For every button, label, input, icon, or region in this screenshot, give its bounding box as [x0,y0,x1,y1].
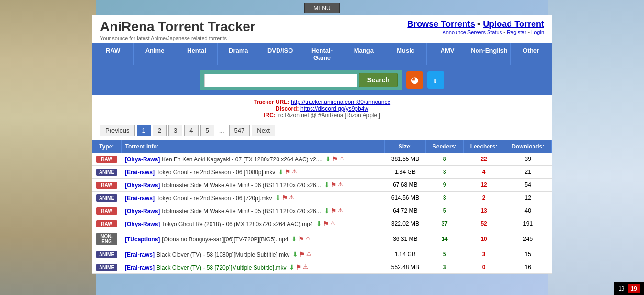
warn-icon[interactable]: ⚠ [292,168,297,176]
prev-page-button[interactable]: Previous [100,125,135,136]
magnet-icon[interactable]: ⚑ [299,250,305,258]
warn-icon[interactable]: ⚠ [338,181,343,189]
nav-tab-drama[interactable]: Drama [218,43,259,65]
site-subtitle: Your source for latest Anime/Japanese re… [100,35,255,41]
magnet-icon[interactable]: ⚑ [331,207,337,215]
twitter-icon[interactable]: 𝕣 [427,71,444,89]
type-cell: NON-ENG [92,230,121,248]
warn-icon[interactable]: ⚠ [338,207,343,215]
size-cell: 381.55 MB [385,153,426,166]
nav-tab-other[interactable]: Other [511,43,552,65]
download-icon[interactable]: ⬇ [324,207,330,215]
table-row: RAW[Ohys-Raws]Ken En Ken Aoki Kagayaki -… [92,153,552,166]
nav-tab-hentai-game[interactable]: Hentai-Game [301,43,343,65]
type-cell: RAW [92,153,121,166]
login-link[interactable]: Login [531,29,544,35]
nav-tab-raw[interactable]: RAW [92,43,134,65]
announce-link[interactable]: Announce Servers Status [442,29,502,35]
magnet-icon[interactable]: ⚑ [323,220,329,227]
discord-value[interactable]: https://discord.gg/ys9pb4w [300,105,368,112]
page-button-5[interactable]: 5 [200,125,214,136]
page-button-4[interactable]: 4 [184,125,198,136]
download-icon[interactable]: ⬇ [278,168,284,176]
irc-value[interactable]: irc.Rizon.net @ #AniRena [Rizon Applet] [277,112,380,119]
download-icon[interactable]: ⬇ [325,155,331,163]
downloads-cell: 191 [504,217,552,230]
search-input[interactable] [204,74,357,87]
page-button-1[interactable]: 1 [137,125,151,136]
warn-icon[interactable]: ⚠ [305,235,311,243]
leechers-cell: 4 [463,166,504,179]
torrent-title-link[interactable]: Idolmaster Side M Wake Atte Mini! - 06 (… [162,182,321,189]
torrent-source-link[interactable]: [Ohys-Raws] [125,182,160,189]
seeders-cell: 8 [426,153,464,166]
download-icon[interactable]: ⬇ [316,220,322,227]
search-input-wrapper: Search [200,70,402,90]
torrent-source-link[interactable]: [TUcaptions] [125,236,160,243]
table-header-type: Type: [92,140,121,153]
nav-tab-amv[interactable]: AMV [427,43,468,65]
torrent-table: Type:Torrent Info:Size:Seeders:Leechers:… [92,140,552,274]
magnet-icon[interactable]: ⚑ [296,263,302,271]
menu-button[interactable]: [ MENU ] [304,3,340,13]
download-icon[interactable]: ⬇ [275,194,281,202]
leechers-cell: 3 [463,248,504,261]
torrent-title-link[interactable]: Black Clover (TV) - 58 [720p][Multiple S… [156,264,286,271]
torrent-title-link[interactable]: Black Clover (TV) - 58 [1080p][Multiple … [156,251,289,258]
torrent-title-link[interactable]: Tokyo Ghoul - re 2nd Season - 06 [720p].… [156,195,272,202]
torrent-title-link[interactable]: Ken En Ken Aoki Kagayaki - 07 (TX 1280x7… [162,156,322,163]
download-icon[interactable]: ⬇ [291,235,297,243]
download-icon[interactable]: ⬇ [324,181,330,189]
downloads-cell: 16 [504,261,552,274]
magnet-icon[interactable]: ⚑ [332,155,338,163]
warn-icon[interactable]: ⚠ [303,263,308,271]
tracker-url-value[interactable]: http://tracker.anirena.com:80/announce [291,99,390,105]
torrent-source-link[interactable]: [Ohys-Raws] [125,156,160,163]
page-button-3[interactable]: 3 [168,125,182,136]
header-nav-links: Browse Torrents • Upload Torrent [407,19,544,29]
nav-tabs: RAWAnimeHentaiDramaDVD/ISOHentai-GameMan… [92,43,552,65]
counter-label: 19 [618,285,624,292]
nav-tab-dvdiso[interactable]: DVD/ISO [259,43,301,65]
browse-torrents-link[interactable]: Browse Torrents [407,19,475,29]
torrent-source-link[interactable]: [Ohys-Raws] [125,221,160,227]
next-page-button[interactable]: Next [252,125,275,136]
tracker-url-label: Tracker URL: [254,99,289,105]
search-button[interactable]: Search [359,73,398,87]
leechers-cell: 2 [463,192,504,204]
nav-tab-manga[interactable]: Manga [343,43,385,65]
rss-icon[interactable]: ◕ [406,71,423,89]
warn-icon[interactable]: ⚠ [339,155,344,163]
upload-torrent-link[interactable]: Upload Torrent [483,19,544,29]
magnet-icon[interactable]: ⚑ [282,194,288,202]
register-link[interactable]: Register [507,29,526,35]
magnet-icon[interactable]: ⚑ [298,235,304,243]
torrent-title-link[interactable]: [Otona no Bouguya-san][06][TV-720P][BIG5… [162,236,288,243]
torrent-source-link[interactable]: [Erai-raws] [125,251,155,258]
download-icon[interactable]: ⬇ [289,263,295,271]
nav-tab-non-english[interactable]: Non-English [468,43,510,65]
torrent-source-link[interactable]: [Erai-raws] [125,195,155,202]
torrent-title-link[interactable]: Tokyo Ghoul Re (2018) - 06 (MX 1280x720 … [162,221,313,227]
magnet-icon[interactable]: ⚑ [331,181,337,189]
warn-icon[interactable]: ⚠ [289,194,294,202]
table-header-leechers: Leechers: [463,140,504,153]
nav-tab-anime[interactable]: Anime [134,43,176,65]
warn-icon[interactable]: ⚠ [330,220,335,227]
nav-tab-hentai[interactable]: Hentai [176,43,218,65]
torrent-source-link[interactable]: [Ohys-Raws] [125,208,160,215]
magnet-icon[interactable]: ⚑ [285,168,291,176]
torrent-title-link[interactable]: Tokyo Ghoul - re 2nd Season - 06 [1080p]… [156,169,275,176]
torrent-source-link[interactable]: [Erai-raws] [125,169,155,176]
table-row: NON-ENG[TUcaptions][Otona no Bouguya-san… [92,230,552,248]
last-page-button[interactable]: 547 [229,125,250,136]
torrent-source-link[interactable]: [Erai-raws] [125,264,155,271]
downloads-cell: 15 [504,248,552,261]
nav-tab-music[interactable]: Music [385,43,427,65]
download-icon[interactable]: ⬇ [292,250,298,258]
page-button-2[interactable]: 2 [153,125,167,136]
info-cell: [Erai-raws]Tokyo Ghoul - re 2nd Season -… [121,192,385,204]
type-badge: ANIME [96,194,117,202]
torrent-title-link[interactable]: Idolmaster Side M Wake Atte Mini! - 05 (… [162,208,321,215]
warn-icon[interactable]: ⚠ [306,250,311,258]
